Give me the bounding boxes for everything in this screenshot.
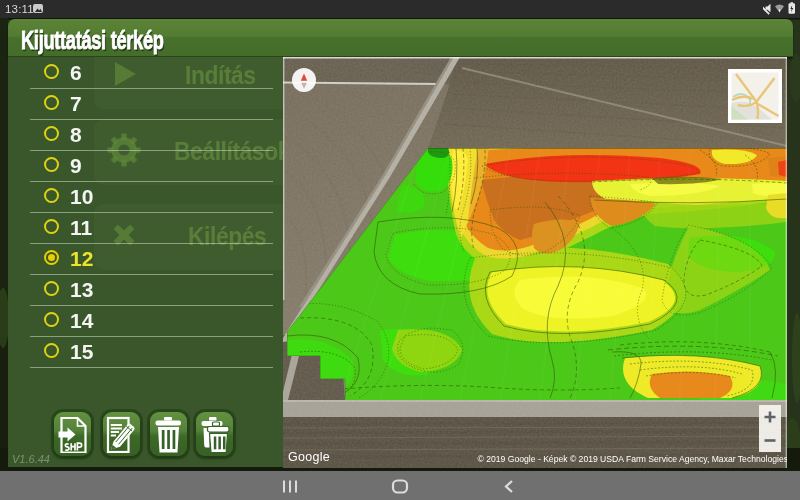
svg-text:© 2019 Google - Képek © 2019 U: © 2019 Google - Képek © 2019 USDA Farm S… (478, 454, 787, 464)
svg-text:Google: Google (288, 450, 330, 464)
